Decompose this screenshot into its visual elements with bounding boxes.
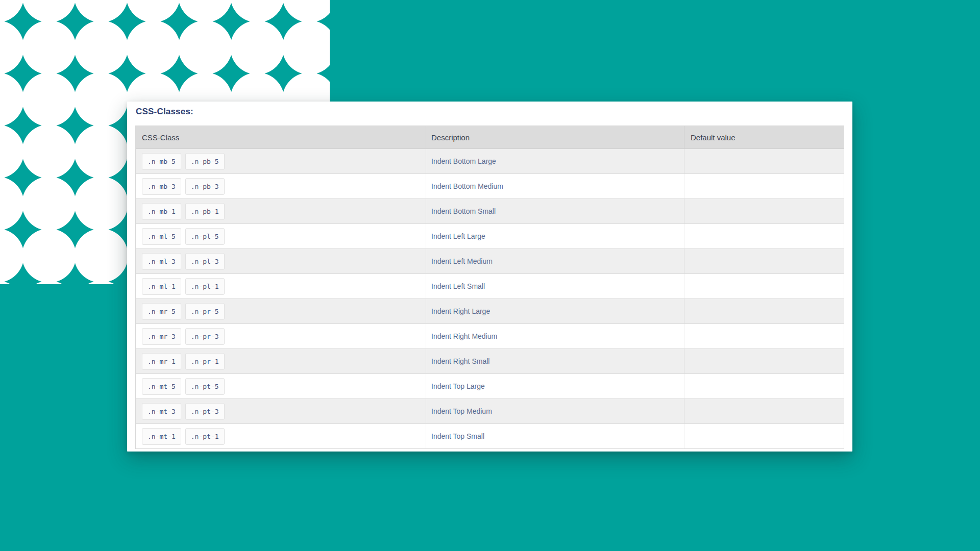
row-description: Indent Left Large xyxy=(426,224,684,248)
row-default-value xyxy=(684,299,844,323)
row-description: Indent Bottom Medium xyxy=(426,174,684,198)
css-class-cell: .n-mt-5.n-pt-5 xyxy=(136,374,426,398)
row-description: Indent Right Medium xyxy=(426,324,684,348)
css-class-cell: .n-mr-3.n-pr-3 xyxy=(136,324,426,348)
row-default-value xyxy=(684,274,844,298)
css-class-badge: .n-mr-5 xyxy=(142,303,181,320)
css-class-badge: .n-mb-3 xyxy=(142,178,181,195)
css-class-badge: .n-pl-3 xyxy=(185,253,225,270)
css-class-cell: .n-mt-1.n-pt-1 xyxy=(136,424,426,448)
css-class-badge: .n-pb-1 xyxy=(185,203,225,220)
column-header-description: Description xyxy=(426,126,684,148)
css-class-badge: .n-pb-3 xyxy=(185,178,225,195)
css-class-badge: .n-pr-1 xyxy=(185,353,225,370)
css-class-cell: .n-ml-1.n-pl-1 xyxy=(136,274,426,298)
row-default-value xyxy=(684,324,844,348)
content-card: CSS-Classes: CSS-Class Description Defau… xyxy=(127,102,852,452)
css-class-badge: .n-mt-3 xyxy=(142,403,181,420)
css-class-badge: .n-mb-5 xyxy=(142,153,181,170)
css-class-badge: .n-ml-5 xyxy=(142,228,181,245)
column-header-default-value: Default value xyxy=(684,126,844,148)
css-class-badge: .n-mt-1 xyxy=(142,428,181,445)
css-class-cell: .n-mr-1.n-pr-1 xyxy=(136,349,426,373)
table-body: .n-mb-5.n-pb-5 Indent Bottom Large .n-mb… xyxy=(136,148,844,448)
row-description: Indent Left Small xyxy=(426,274,684,298)
row-default-value xyxy=(684,199,844,223)
css-class-badge: .n-mt-5 xyxy=(142,378,181,395)
table-row: .n-mr-5.n-pr-5 Indent Right Large xyxy=(136,298,844,323)
column-header-css-class: CSS-Class xyxy=(136,126,426,148)
css-class-badge: .n-pt-5 xyxy=(185,378,225,395)
css-class-badge: .n-pt-1 xyxy=(185,428,225,445)
row-default-value xyxy=(684,224,844,248)
table-row: .n-ml-5.n-pl-5 Indent Left Large xyxy=(136,223,844,248)
css-class-badge: .n-pl-5 xyxy=(185,228,225,245)
row-default-value xyxy=(684,249,844,273)
row-default-value xyxy=(684,399,844,423)
row-description: Indent Top Small xyxy=(426,424,684,448)
row-default-value xyxy=(684,174,844,198)
css-class-cell: .n-ml-5.n-pl-5 xyxy=(136,224,426,248)
css-class-badge: .n-pt-3 xyxy=(185,403,225,420)
css-class-cell: .n-mb-1.n-pb-1 xyxy=(136,199,426,223)
table-row: .n-mb-3.n-pb-3 Indent Bottom Medium xyxy=(136,173,844,198)
css-class-badge: .n-ml-3 xyxy=(142,253,181,270)
css-class-cell: .n-ml-3.n-pl-3 xyxy=(136,249,426,273)
css-class-badge: .n-pb-5 xyxy=(185,153,225,170)
table-row: .n-mt-3.n-pt-3 Indent Top Medium xyxy=(136,398,844,423)
css-class-badge: .n-mb-1 xyxy=(142,203,181,220)
row-default-value xyxy=(684,349,844,373)
table-row: .n-mt-1.n-pt-1 Indent Top Small xyxy=(136,423,844,448)
css-class-badge: .n-mr-3 xyxy=(142,328,181,345)
page-background: { "page": { "background_color": "#00A29B… xyxy=(0,0,980,551)
row-description: Indent Bottom Large xyxy=(426,149,684,173)
css-class-cell: .n-mb-5.n-pb-5 xyxy=(136,149,426,173)
table-row: .n-mr-3.n-pr-3 Indent Right Medium xyxy=(136,323,844,348)
css-class-cell: .n-mt-3.n-pt-3 xyxy=(136,399,426,423)
table-header-row: CSS-Class Description Default value xyxy=(136,126,844,148)
table-row: .n-mr-1.n-pr-1 Indent Right Small xyxy=(136,348,844,373)
css-classes-table: CSS-Class Description Default value .n-m… xyxy=(135,126,844,449)
css-class-cell: .n-mr-5.n-pr-5 xyxy=(136,299,426,323)
table-row: .n-ml-1.n-pl-1 Indent Left Small xyxy=(136,273,844,298)
css-class-badge: .n-ml-1 xyxy=(142,278,181,295)
css-class-badge: .n-pl-1 xyxy=(185,278,225,295)
row-default-value xyxy=(684,149,844,173)
row-description: Indent Top Medium xyxy=(426,399,684,423)
table-row: .n-mt-5.n-pt-5 Indent Top Large xyxy=(136,373,844,398)
css-class-cell: .n-mb-3.n-pb-3 xyxy=(136,174,426,198)
row-description: Indent Left Medium xyxy=(426,249,684,273)
row-default-value xyxy=(684,424,844,448)
page-title: CSS-Classes: xyxy=(136,106,844,118)
css-class-badge: .n-pr-5 xyxy=(185,303,225,320)
table-row: .n-ml-3.n-pl-3 Indent Left Medium xyxy=(136,248,844,273)
css-class-badge: .n-mr-1 xyxy=(142,353,181,370)
row-description: Indent Right Large xyxy=(426,299,684,323)
table-row: .n-mb-1.n-pb-1 Indent Bottom Small xyxy=(136,198,844,223)
table-row: .n-mb-5.n-pb-5 Indent Bottom Large xyxy=(136,148,844,173)
row-default-value xyxy=(684,374,844,398)
row-description: Indent Bottom Small xyxy=(426,199,684,223)
row-description: Indent Top Large xyxy=(426,374,684,398)
row-description: Indent Right Small xyxy=(426,349,684,373)
css-class-badge: .n-pr-3 xyxy=(185,328,225,345)
